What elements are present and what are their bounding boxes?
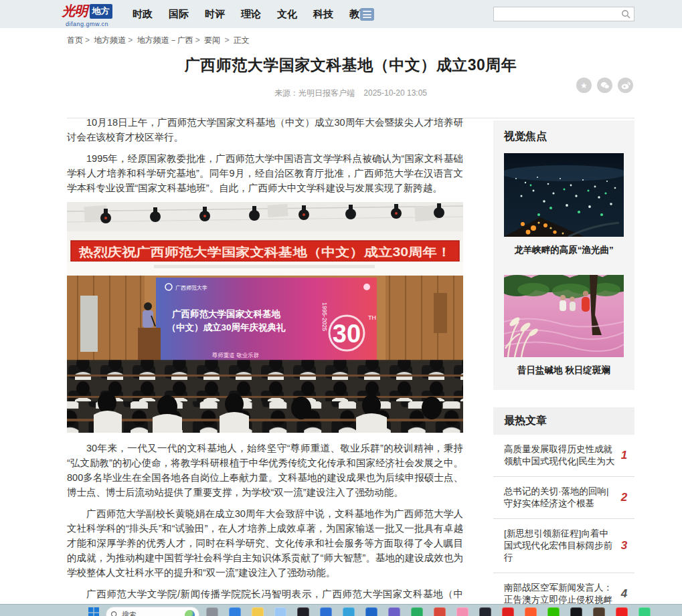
- hot-article-rank: 1: [616, 449, 632, 462]
- visual-focus-section: 视觉焦点: [493, 120, 634, 390]
- hot-article-rank: 2: [616, 491, 632, 504]
- site-logo[interactable]: 光明 地方 difang.gmw.cn: [50, 2, 124, 27]
- start-button-icon[interactable]: [88, 607, 99, 616]
- search-icon[interactable]: [621, 9, 630, 19]
- list-menu-icon[interactable]: [360, 8, 374, 21]
- windows-taskbar: 搜索: [0, 604, 682, 616]
- screen-motto: 尊师重道 敬业乐群: [212, 352, 259, 358]
- breadcrumb-separator: >: [128, 35, 133, 45]
- nav-item-tech[interactable]: 科技: [313, 8, 333, 21]
- paragraph: 广西师范大学副校长黄晓娟在成立30周年大会致辞中说，文科基地作为广西师范大学人文…: [67, 506, 463, 580]
- hot-article-text[interactable]: 总书记的关切·落地的回响|守好实体经济这个根基: [504, 486, 616, 510]
- hot-article-2[interactable]: 总书记的关切·落地的回响|守好实体经济这个根基 2: [493, 477, 634, 519]
- outlook-icon[interactable]: [365, 607, 377, 616]
- breadcrumb-guangxi[interactable]: 地方频道－广西: [137, 35, 193, 45]
- app-redblue-icon[interactable]: [434, 607, 446, 616]
- breadcrumb-separator: >: [195, 35, 200, 45]
- hot-article-rank: 3: [616, 539, 632, 552]
- breadcrumb-home[interactable]: 首页: [67, 35, 83, 45]
- article-date: 2025-10-20 13:05: [363, 88, 427, 98]
- app-purple-icon[interactable]: [388, 607, 400, 616]
- visual-focus-title: 视觉焦点: [504, 130, 624, 144]
- browser-page: 光明 地方 difang.gmw.cn 时政 国际 时评 理论 文化 科技 教育…: [0, 0, 682, 616]
- edge-icon[interactable]: [343, 607, 355, 616]
- nav-item-world[interactable]: 国际: [169, 8, 189, 21]
- vscode-icon[interactable]: [320, 607, 332, 616]
- breadcrumb: 首页> 地方频道> 地方频道－广西> 要闻 > 正文: [67, 35, 250, 46]
- obsidian-icon[interactable]: [297, 607, 309, 616]
- hot-article-text[interactable]: 高质量发展取得历史性成就 领航中国式现代化|民生为大: [504, 443, 616, 468]
- notes-app-icon[interactable]: [525, 607, 537, 616]
- screen-line1: 广西师范大学国家文科基地: [171, 309, 281, 319]
- article-meta: 来源：光明日报客户端 2025-10-20 13:05: [67, 88, 634, 99]
- favorite-star-icon[interactable]: ★: [576, 78, 592, 93]
- screen-logo-text: 广西师范大学: [175, 285, 207, 291]
- browser-icon[interactable]: [274, 607, 286, 616]
- screen-number-suffix: TH: [368, 314, 376, 321]
- article-photo-conference: 热烈庆祝广西师范大学国家文科基地（中文）成立30周年！: [67, 202, 463, 433]
- qq-icon[interactable]: [570, 607, 582, 616]
- nav-item-comment[interactable]: 时评: [205, 8, 225, 21]
- visual-focus-caption-1[interactable]: 龙羊峡畔的高原“渔光曲”: [504, 244, 624, 256]
- app-pink-icon[interactable]: [456, 607, 468, 616]
- photo-banner-text: 热烈庆祝广西师范大学国家文科基地（中文）成立30周年！: [78, 245, 451, 259]
- phone-app-icon[interactable]: [638, 607, 651, 616]
- stage-screen: 广西师范大学 广西师范大学国家文科基地 （中文）成立30周年庆祝典礼 尊师重道 …: [156, 278, 377, 362]
- taskbar-search[interactable]: 搜索: [106, 607, 199, 616]
- screen-years: 1995-2025: [321, 302, 328, 331]
- breadcrumb-news[interactable]: 要闻: [204, 35, 220, 45]
- app-brown-icon[interactable]: [593, 607, 605, 616]
- main-nav: 时政 国际 时评 理论 文化 科技 教育: [133, 0, 369, 28]
- screen-number: 30: [333, 320, 361, 348]
- nav-item-theory[interactable]: 理论: [241, 8, 261, 21]
- sidebar: 视觉焦点: [493, 120, 634, 616]
- site-header: 光明 地方 difang.gmw.cn 时政 国际 时评 理论 文化 科技 教育: [0, 0, 682, 28]
- hot-article-text[interactable]: [新思想引领新征程]向着中国式现代化宏伟目标阔步前行: [504, 528, 616, 564]
- task-view-icon[interactable]: [206, 607, 218, 616]
- hot-article-rank: 4: [616, 587, 632, 601]
- nav-item-culture[interactable]: 文化: [277, 8, 297, 21]
- yy-app-icon[interactable]: [616, 607, 628, 616]
- audience-crowd: [67, 360, 463, 433]
- ceiling-lights: [67, 202, 463, 231]
- ms-store-icon[interactable]: [229, 607, 241, 616]
- visual-focus-item-2[interactable]: 昔日盐碱地 秋日绽斑斓: [504, 275, 624, 377]
- hot-articles-title: 最热文章: [504, 414, 624, 428]
- hot-articles-header: 最热文章: [493, 407, 634, 435]
- logo-channel-badge: 地方: [90, 4, 112, 19]
- wechat-share-icon[interactable]: [597, 78, 612, 93]
- hot-articles-section: 最热文章 高质量发展取得历史性成就 领航中国式现代化|民生为大 1 总书记的关切…: [493, 407, 634, 616]
- wechat-icon[interactable]: [547, 607, 560, 616]
- photo-banner: 热烈庆祝广西师范大学国家文科基地（中文）成立30周年！: [71, 241, 459, 262]
- article-header: 广西师范大学国家文科基地（中文）成立30周年 来源：光明日报客户端 2025-1…: [67, 55, 634, 118]
- search-icon: [110, 611, 118, 616]
- guangming-app-icon[interactable]: [502, 607, 514, 616]
- clock-app-icon[interactable]: [479, 607, 491, 616]
- page-title: 广西师范大学国家文科基地（中文）成立30周年: [67, 55, 634, 76]
- hot-article-1[interactable]: 高质量发展取得历史性成就 领航中国式现代化|民生为大 1: [493, 435, 634, 477]
- search-input[interactable]: [494, 8, 621, 20]
- hot-article-3[interactable]: [新思想引领新征程]向着中国式现代化宏伟目标阔步前行 3: [493, 519, 634, 573]
- visual-focus-caption-2[interactable]: 昔日盐碱地 秋日绽斑斓: [504, 365, 624, 377]
- file-explorer-icon[interactable]: [252, 607, 264, 616]
- weibo-share-icon[interactable]: [618, 78, 633, 93]
- chart-app-icon[interactable]: [411, 607, 423, 616]
- article-source: 来源：光明日报客户端: [274, 88, 355, 98]
- pink-grass-photo[interactable]: [504, 275, 624, 357]
- logo-script-text: 光明: [62, 2, 88, 20]
- breadcrumb-current: 正文: [234, 35, 250, 45]
- logo-domain-text: difang.gmw.cn: [50, 21, 124, 27]
- weather-widget-icon: [185, 610, 195, 616]
- nav-item-politics[interactable]: 时政: [133, 8, 153, 21]
- share-toolbar: ★: [576, 78, 633, 93]
- screen-line2: （中文）成立30周年庆祝典礼: [167, 322, 286, 332]
- breadcrumb-separator: >: [224, 35, 229, 45]
- taskbar-search-label: 搜索: [122, 610, 181, 616]
- breadcrumb-channel[interactable]: 地方频道: [94, 35, 126, 45]
- hot-article-text[interactable]: 南部战区空军新闻发言人：正告澳方立即停止侵权挑衅: [504, 582, 616, 606]
- breadcrumb-separator: >: [85, 35, 90, 45]
- visual-focus-item-1[interactable]: 龙羊峡畔的高原“渔光曲”: [504, 153, 624, 256]
- paragraph: 1995年，经原国家教委批准，广西师范大学中国语言文学学科点被确认为“国家文科基…: [67, 151, 463, 195]
- paragraph: 30年来，一代又一代的文科基地人，始终坚守“尊师重道、敬业乐群”的校训精神，秉持…: [67, 441, 463, 500]
- night-fishery-photo[interactable]: [504, 153, 624, 237]
